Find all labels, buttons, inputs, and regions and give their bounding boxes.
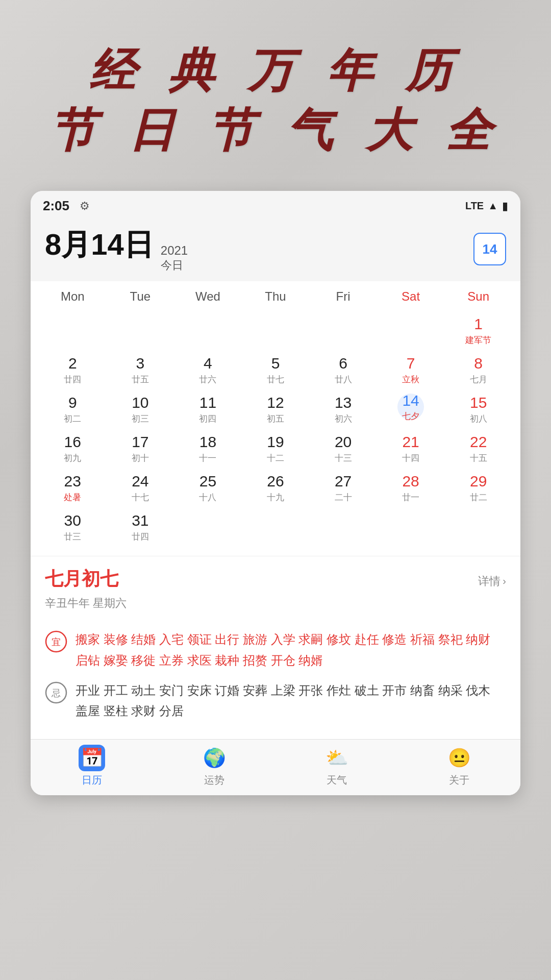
lunar-title: 七月初七: [45, 567, 118, 592]
day-lunar-14: 七夕: [402, 410, 419, 422]
day-number-15: 15: [470, 394, 487, 412]
day-lunar-9: 初二: [64, 413, 81, 425]
day-lunar-25: 十八: [199, 492, 216, 503]
cal-cell-13[interactable]: 13初六: [309, 390, 377, 428]
day-number-21: 21: [402, 433, 419, 451]
cal-cell-26[interactable]: 26十九: [242, 469, 310, 506]
day-number-6: 6: [339, 354, 347, 373]
calendar-icon-button[interactable]: 14: [473, 233, 506, 265]
day-lunar-30: 廿三: [64, 531, 81, 543]
weekday-fri: Fri: [309, 285, 377, 308]
day-lunar-3: 廿五: [132, 374, 149, 385]
nav-item-about[interactable]: 😐 关于: [398, 745, 520, 787]
day-number-27: 27: [335, 472, 352, 491]
day-number-17: 17: [132, 433, 148, 451]
cal-cell-12[interactable]: 12初五: [242, 390, 310, 428]
svg-text:宜: 宜: [52, 637, 61, 647]
day-lunar-7: 立秋: [402, 374, 419, 385]
day-number-12: 12: [267, 394, 284, 412]
cal-cell-28[interactable]: 28廿一: [377, 469, 445, 506]
yi-row: 宜 搬家 装修 结婚 入宅 领证 出行 旅游 入学 求嗣 修坟 赴任 修造 祈福…: [45, 629, 506, 671]
calendar-nav-icon: 📅: [79, 745, 105, 771]
cal-cell-14[interactable]: 14七夕: [377, 390, 445, 428]
cal-cell-25[interactable]: 25十八: [174, 469, 242, 506]
ji-row: 忌 开业 开工 动土 安门 安床 订婚 安葬 上梁 开张 作灶 破土 开市 纳畜…: [45, 680, 506, 722]
cal-cell-29[interactable]: 29廿二: [444, 469, 512, 506]
weekday-thu: Thu: [242, 285, 310, 308]
date-main: 8月14日 2021 今日: [45, 225, 188, 273]
status-right: LTE ▲ ▮: [465, 200, 508, 213]
cal-cell-15[interactable]: 15初八: [444, 390, 512, 428]
nav-item-weather[interactable]: ⛅ 天气: [276, 745, 398, 787]
status-bar: 2:05 ⚙ LTE ▲ ▮: [31, 191, 520, 219]
cal-icon-number: 14: [483, 241, 497, 257]
cal-cell-17[interactable]: 17初十: [107, 430, 174, 467]
day-lunar-8: 七月: [470, 374, 487, 385]
day-number-23: 23: [64, 472, 81, 491]
day-lunar-1: 建军节: [465, 334, 491, 346]
nav-item-calendar[interactable]: 📅 日历: [31, 745, 153, 787]
yi-text: 搬家 装修 结婚 入宅 领证 出行 旅游 入学 求嗣 修坟 赴任 修造 祈福 祭…: [76, 629, 506, 671]
cal-cell-7[interactable]: 7立秋: [377, 351, 445, 388]
cal-cell-empty-0: [39, 312, 107, 349]
cal-cell-8[interactable]: 8七月: [444, 351, 512, 388]
fortune-nav-icon: 🌍: [201, 745, 228, 771]
cal-cell-20[interactable]: 20十三: [309, 430, 377, 467]
cal-cell-5[interactable]: 5廿七: [242, 351, 310, 388]
day-lunar-17: 初十: [132, 452, 149, 464]
cal-cell-9[interactable]: 9初二: [39, 390, 107, 428]
cal-cell-24[interactable]: 24十七: [107, 469, 174, 506]
day-lunar-28: 廿一: [402, 492, 419, 503]
day-number-30: 30: [64, 511, 81, 530]
cal-cell-27[interactable]: 27二十: [309, 469, 377, 506]
day-number-13: 13: [335, 394, 352, 412]
detail-section: 七月初七 详情 › 辛丑牛年 星期六: [31, 556, 520, 627]
about-nav-icon: 😐: [446, 745, 472, 771]
detail-header-row: 七月初七 详情 ›: [45, 567, 506, 596]
weekday-sun: Sun: [444, 285, 512, 308]
year-label: 2021: [161, 243, 188, 258]
cal-cell-19[interactable]: 19十二: [242, 430, 310, 467]
cal-cell-16[interactable]: 16初九: [39, 430, 107, 467]
day-lunar-21: 十四: [402, 452, 419, 464]
cal-cell-1[interactable]: 1建军节: [444, 312, 512, 349]
weekday-mon: Mon: [39, 285, 107, 308]
cal-cell-30[interactable]: 30廿三: [39, 508, 107, 546]
cal-cell-10[interactable]: 10初三: [107, 390, 174, 428]
nav-item-fortune[interactable]: 🌍 运势: [153, 745, 276, 787]
day-lunar-13: 初六: [335, 413, 352, 425]
day-number-9: 9: [68, 394, 77, 412]
cal-cell-21[interactable]: 21十四: [377, 430, 445, 467]
day-number-16: 16: [64, 433, 81, 451]
cal-cell-11[interactable]: 11初四: [174, 390, 242, 428]
cal-cell-18[interactable]: 18十一: [174, 430, 242, 467]
day-lunar-31: 廿四: [132, 531, 149, 543]
day-number-22: 22: [470, 433, 487, 451]
day-number-24: 24: [132, 472, 148, 491]
bottom-navigation: 📅 日历 🌍 运势 ⛅ 天气 😐 关于: [31, 739, 520, 795]
cal-cell-31[interactable]: 31廿四: [107, 508, 174, 546]
yi-ji-section: 宜 搬家 装修 结婚 入宅 领证 出行 旅游 入学 求嗣 修坟 赴任 修造 祈福…: [31, 627, 520, 739]
day-number-7: 7: [407, 354, 415, 373]
nav-label-fortune: 运势: [204, 773, 224, 787]
day-number-25: 25: [199, 472, 216, 491]
cal-cell-6[interactable]: 6廿八: [309, 351, 377, 388]
cal-cell-23[interactable]: 23处暑: [39, 469, 107, 506]
cal-cell-empty-2: [174, 312, 242, 349]
day-lunar-10: 初三: [132, 413, 149, 425]
settings-icon[interactable]: ⚙: [80, 200, 90, 213]
day-lunar-24: 十七: [132, 492, 149, 503]
day-number-1: 1: [474, 315, 483, 333]
cal-cell-4[interactable]: 4廿六: [174, 351, 242, 388]
cal-cell-2[interactable]: 2廿四: [39, 351, 107, 388]
day-lunar-26: 十九: [267, 492, 284, 503]
day-number-10: 10: [132, 394, 148, 412]
cal-cell-22[interactable]: 22十五: [444, 430, 512, 467]
nav-label-weather: 天气: [327, 773, 347, 787]
day-number-11: 11: [199, 394, 216, 412]
nav-label-about: 关于: [449, 773, 469, 787]
calendar-days: 1建军节2廿四3廿五4廿六5廿七6廿八7立秋8七月9初二10初三11初四12初五…: [39, 312, 512, 546]
cal-cell-3[interactable]: 3廿五: [107, 351, 174, 388]
phone-card: 2:05 ⚙ LTE ▲ ▮ 8月14日 2021 今日 14 Mon Tue …: [31, 191, 520, 795]
detail-more-button[interactable]: 详情 ›: [478, 574, 506, 589]
